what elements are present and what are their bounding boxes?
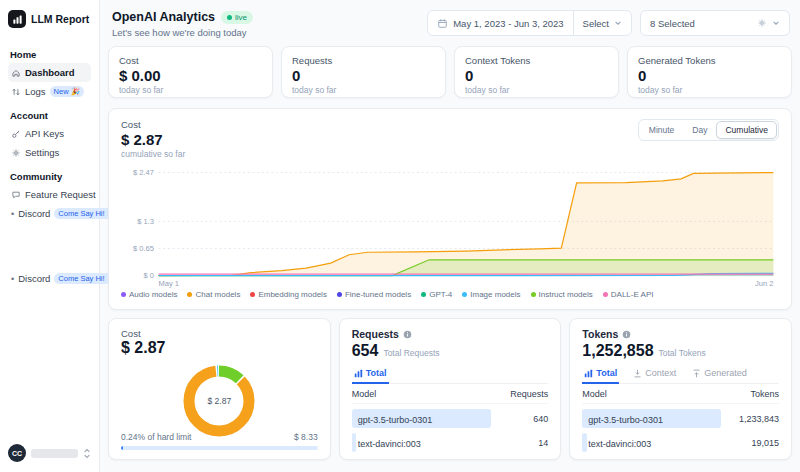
models-select[interactable]: 8 Selected xyxy=(640,10,790,36)
sidebar-item-api-keys[interactable]: API Keys xyxy=(8,124,91,143)
svg-text:Jun 2: Jun 2 xyxy=(755,279,773,288)
chevrons-up-down-icon xyxy=(83,448,91,459)
live-badge: live xyxy=(221,11,253,24)
sort-arrows-icon xyxy=(11,87,21,97)
date-preset-select[interactable]: Select xyxy=(574,11,631,35)
sidebar-item-logs[interactable]: Logs New 🎉 xyxy=(8,82,91,101)
app-window: LLM Report Home Dashboard Logs New 🎉 Acc… xyxy=(0,0,800,472)
sidebar-item-label: Discord xyxy=(18,208,50,219)
model-name: text-davinci:003 xyxy=(352,439,421,449)
sidebar-item-label: Logs xyxy=(25,86,46,97)
chart-sub: cumulative so far xyxy=(121,149,185,159)
stat-card-requests: Requests 0 today so far xyxy=(281,46,446,98)
bullet-icon: • xyxy=(11,274,14,284)
key-icon xyxy=(11,129,21,139)
toggle-minute[interactable]: Minute xyxy=(640,121,684,139)
sidebar-item-settings[interactable]: Settings xyxy=(8,143,91,162)
table-row: gpt-3.5-turbo-0301 640 xyxy=(352,409,549,428)
hard-limit-progress xyxy=(121,446,318,450)
sidebar: LLM Report Home Dashboard Logs New 🎉 Acc… xyxy=(0,0,100,472)
svg-text:$ 0: $ 0 xyxy=(143,271,153,280)
chart-legend: Audio modelsChat modelsEmbedding modelsF… xyxy=(121,290,779,299)
legend-dot-icon xyxy=(531,292,536,297)
page-subtitle: Let's see how we're doing today xyxy=(112,27,253,38)
app-logo-icon xyxy=(8,10,26,28)
legend-item: DALL-E API xyxy=(603,290,654,299)
calendar-icon xyxy=(437,18,448,29)
sidebar-item-discord-1[interactable]: • Discord Come Say Hi! 👋 xyxy=(8,204,91,223)
chart-granularity-toggle: Minute Day Cumulative xyxy=(638,119,779,141)
sidebar-item-label: API Keys xyxy=(25,128,64,139)
chevron-down-icon xyxy=(614,19,622,27)
stat-card-context-tokens: Context Tokens 0 today so far xyxy=(454,46,619,98)
tokens-title: Tokens xyxy=(582,328,618,340)
page-header: OpenAI Analytics live Let's see how we'r… xyxy=(108,8,792,46)
svg-text:May 1: May 1 xyxy=(159,279,179,288)
cost-breakdown-label: Cost xyxy=(121,328,318,339)
legend-item: Image models xyxy=(462,290,520,299)
bar-chart-logo-icon xyxy=(12,14,23,25)
table-row: text-davinci:003 19,015 xyxy=(582,433,779,452)
date-range-value: May 1, 2023 - Jun 3, 2023 xyxy=(453,18,563,29)
cost-donut: $ 2.87 xyxy=(177,359,261,443)
legend-item: Fine-tuned models xyxy=(337,290,411,299)
info-icon[interactable] xyxy=(622,330,631,339)
legend-dot-icon xyxy=(421,292,426,297)
tokens-table-header: Model Tokens xyxy=(582,384,779,404)
user-name-skeleton xyxy=(31,449,78,458)
requests-tabs: Total xyxy=(352,366,549,384)
hard-limit-progress-fill xyxy=(121,446,123,450)
donut-center-label: $ 2.87 xyxy=(177,359,261,443)
row-value: 19,015 xyxy=(727,438,779,448)
tokens-card: Tokens 1,252,858 Total Tokens Total xyxy=(569,318,792,460)
svg-text:$ 0.65: $ 0.65 xyxy=(133,244,154,253)
sidebar-item-label: Dashboard xyxy=(25,67,75,78)
sidebar-item-discord-2[interactable]: • Discord Come Say Hi! 👋 xyxy=(8,269,91,288)
model-name: gpt-3.5-turbo-0301 xyxy=(352,415,433,425)
legend-item: Instruct models xyxy=(531,290,593,299)
svg-text:$ 1.3: $ 1.3 xyxy=(137,217,154,226)
cost-chart-card: Cost $ 2.87 cumulative so far Minute Day… xyxy=(108,108,792,310)
stat-card-cost: Cost $ 0.00 today so far xyxy=(108,46,273,98)
toggle-day[interactable]: Day xyxy=(683,121,716,139)
sidebar-item-label: Discord xyxy=(18,273,50,284)
requests-card: Requests 654 Total Requests Total xyxy=(339,318,562,460)
legend-dot-icon xyxy=(337,292,342,297)
model-name: gpt-3.5-turbo-0301 xyxy=(582,415,663,425)
table-row: text-davinci:003 14 xyxy=(352,433,549,452)
row-value: 14 xyxy=(496,438,548,448)
bar-chart-icon xyxy=(584,369,593,378)
stat-cards-row: Cost $ 0.00 today so far Requests 0 toda… xyxy=(108,46,792,98)
legend-dot-icon xyxy=(187,292,192,297)
tab-context[interactable]: Context xyxy=(631,366,678,384)
tokens-total: 1,252,858 xyxy=(582,342,653,360)
sidebar-item-dashboard[interactable]: Dashboard xyxy=(8,63,91,82)
svg-text:$ 2.47: $ 2.47 xyxy=(133,168,154,177)
tokens-total-sub: Total Tokens xyxy=(659,348,706,358)
tab-total[interactable]: Total xyxy=(352,366,389,384)
legend-dot-icon xyxy=(462,292,467,297)
user-account-switcher[interactable]: CC xyxy=(8,444,91,462)
row-value: 640 xyxy=(496,414,548,424)
legend-item: Embedding models xyxy=(250,290,326,299)
info-icon[interactable] xyxy=(403,330,412,339)
arrow-down-icon xyxy=(633,369,642,378)
sidebar-item-feature-request[interactable]: Feature Request xyxy=(8,185,91,204)
toggle-cumulative[interactable]: Cumulative xyxy=(716,121,777,139)
date-range-control: May 1, 2023 - Jun 3, 2023 Select xyxy=(427,10,632,36)
models-selected-value: 8 Selected xyxy=(650,18,695,29)
bullet-icon: • xyxy=(11,209,14,219)
cost-chart-plot: $ 0$ 0.65$ 1.3$ 2.47May 1Jun 2 xyxy=(121,163,779,289)
bar-chart-icon xyxy=(354,369,363,378)
main-content: OpenAI Analytics live Let's see how we'r… xyxy=(100,0,800,472)
table-row: gpt-3.5-turbo-0301 1,233,843 xyxy=(582,409,779,428)
cost-breakdown-card: Cost $ 2.87 $ 2.87 0.24% of hard limit $… xyxy=(108,318,331,460)
page-title: OpenAI Analytics xyxy=(112,10,215,24)
legend-item: GPT-4 xyxy=(421,290,452,299)
hard-limit-amount: $ 8.33 xyxy=(294,432,318,442)
tab-generated[interactable]: Generated xyxy=(690,366,749,384)
date-range-picker[interactable]: May 1, 2023 - Jun 3, 2023 xyxy=(428,11,572,35)
tab-total[interactable]: Total xyxy=(582,366,619,384)
app-logo[interactable]: LLM Report xyxy=(8,10,91,28)
model-name: text-davinci:003 xyxy=(582,439,651,449)
